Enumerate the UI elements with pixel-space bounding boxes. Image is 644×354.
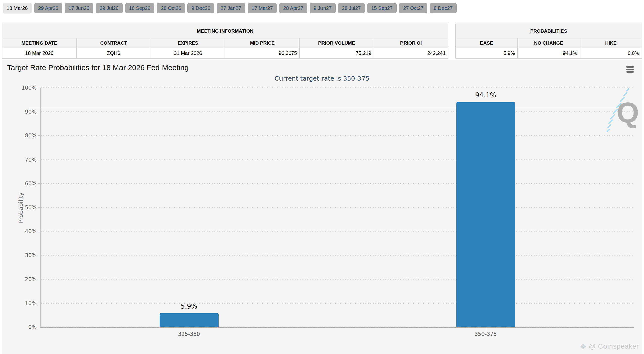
gridline-10 xyxy=(41,303,634,304)
column-header-mid-price: MID PRICE xyxy=(225,38,300,48)
cell-no-change: 94.1% xyxy=(518,48,580,59)
y-tick-mark xyxy=(38,207,41,208)
y-tick-label-100: 100% xyxy=(22,85,37,91)
cell-expires: 31 Mar 2026 xyxy=(151,48,225,59)
coinspeaker-watermark: ❖ @ Coinspeaker xyxy=(580,342,639,351)
x-tick-mark xyxy=(189,327,189,330)
meeting-date-tabbar: 18 Mar2629 Apr2617 Jun2629 Jul2616 Sep26… xyxy=(3,3,459,14)
cell-contract: ZQH6 xyxy=(76,48,151,59)
coinspeaker-text: @ Coinspeaker xyxy=(589,343,639,350)
gridline-80 xyxy=(41,135,634,136)
y-tick-label-40: 40% xyxy=(25,228,37,234)
tab-16-sep26[interactable]: 16 Sep26 xyxy=(125,3,155,13)
tab-15-sep27[interactable]: 15 Sep27 xyxy=(367,3,397,13)
column-header-no-change: NO CHANGE xyxy=(518,38,580,48)
y-tick-mark xyxy=(38,160,41,160)
y-tick-label-50: 50% xyxy=(25,205,37,211)
y-tick-mark xyxy=(38,183,41,184)
tab-17-mar27[interactable]: 17 Mar27 xyxy=(248,3,277,13)
gridline-40 xyxy=(41,231,634,232)
column-header-ease: EASE xyxy=(456,38,518,48)
gridline-0 xyxy=(41,327,634,327)
y-tick-mark xyxy=(38,231,41,231)
tab-8-dec27[interactable]: 8 Dec27 xyxy=(430,3,457,13)
cell-prior-oi: 242,241 xyxy=(374,48,448,59)
tab-28-oct26[interactable]: 28 Oct26 xyxy=(157,3,185,13)
y-tick-label-60: 60% xyxy=(25,181,37,187)
tab-9-jun27[interactable]: 9 Jun27 xyxy=(310,3,336,13)
gridline-90 xyxy=(41,111,634,112)
y-tick-mark xyxy=(38,279,41,279)
meeting-information-table: MEETING INFORMATIONMEETING DATECONTRACTE… xyxy=(2,24,448,59)
column-header-prior-oi: PRIOR OI xyxy=(374,38,448,48)
tab-28-jul27[interactable]: 28 Jul27 xyxy=(338,3,365,13)
tab-29-jul26[interactable]: 29 Jul26 xyxy=(96,3,123,13)
y-tick-label-80: 80% xyxy=(25,133,37,139)
y-tick-label-90: 90% xyxy=(25,109,37,115)
tab-27-oct27[interactable]: 27 Oct27 xyxy=(399,3,427,13)
y-axis-title: Probability xyxy=(18,192,24,223)
cell-mid-price: 96.3675 xyxy=(225,48,300,59)
quikstrike-watermark: Q xyxy=(603,88,643,134)
chart-subtitle: Current target rate is 350-375 xyxy=(2,75,642,82)
y-tick-label-10: 10% xyxy=(25,300,37,306)
table-caption-meeting-information: MEETING INFORMATION xyxy=(2,24,448,38)
tab-17-jun26[interactable]: 17 Jun26 xyxy=(65,3,93,13)
bar-350-375[interactable] xyxy=(456,102,515,327)
column-header-prior-volume: PRIOR VOLUME xyxy=(300,38,374,48)
cell-ease: 5.9% xyxy=(456,48,518,59)
diamond-icon: ❖ xyxy=(580,342,587,351)
gridline-20 xyxy=(41,279,634,280)
gridline-30 xyxy=(41,255,634,256)
gridline-50 xyxy=(41,207,634,208)
cell-prior-volume: 75,219 xyxy=(300,48,374,59)
table-caption-probabilities: PROBABILITIES xyxy=(456,24,642,38)
x-tick-label-325-350: 325-350 xyxy=(160,331,219,337)
gridline-60 xyxy=(41,183,634,184)
x-tick-label-350-375: 350-375 xyxy=(456,331,515,337)
y-tick-mark xyxy=(38,88,41,88)
y-tick-mark xyxy=(38,112,41,112)
y-tick-mark xyxy=(38,327,41,327)
y-tick-label-70: 70% xyxy=(25,157,37,163)
q-letter: Q xyxy=(617,96,639,128)
bar-325-350[interactable] xyxy=(160,313,219,327)
y-tick-mark xyxy=(38,303,41,303)
column-header-hike: HIKE xyxy=(580,38,642,48)
fedwatch-chart-panel: Target Rate Probabilities for 18 Mar 202… xyxy=(2,60,642,354)
data-label-350-375: 94.1% xyxy=(456,91,515,99)
gridline-100 xyxy=(41,87,634,88)
y-tick-label-0: 0% xyxy=(28,324,37,330)
column-header-expires: EXPIRES xyxy=(151,38,225,48)
data-label-325-350: 5.9% xyxy=(160,302,219,310)
tab-9-dec26[interactable]: 9 Dec26 xyxy=(187,3,214,13)
x-tick-mark xyxy=(486,327,486,330)
chart-title: Target Rate Probabilities for 18 Mar 202… xyxy=(7,63,189,72)
tab-29-apr26[interactable]: 29 Apr26 xyxy=(34,3,62,13)
gridline-70 xyxy=(41,159,634,160)
column-header-contract: CONTRACT xyxy=(76,38,151,48)
y-tick-label-20: 20% xyxy=(25,276,37,282)
tab-27-jan27[interactable]: 27 Jan27 xyxy=(217,3,245,13)
cell-hike: 0.0% xyxy=(580,48,642,59)
cell-meeting-date: 18 Mar 2026 xyxy=(2,48,77,59)
chart-context-menu-button[interactable] xyxy=(625,65,635,74)
tab-28-apr27[interactable]: 28 Apr27 xyxy=(279,3,307,13)
reference-line xyxy=(29,108,636,108)
probabilities-table: PROBABILITIESEASENO CHANGEHIKE5.9%94.1%0… xyxy=(455,24,642,59)
hamburger-icon xyxy=(625,66,635,73)
y-tick-mark xyxy=(38,255,41,255)
y-tick-mark xyxy=(38,135,41,136)
column-header-meeting-date: MEETING DATE xyxy=(2,38,77,48)
plot-area: 0%10%20%30%40%50%60%70%80%90%100%5.9%325… xyxy=(40,88,634,328)
y-tick-label-30: 30% xyxy=(25,252,37,258)
tab-18-mar26[interactable]: 18 Mar26 xyxy=(3,3,32,13)
